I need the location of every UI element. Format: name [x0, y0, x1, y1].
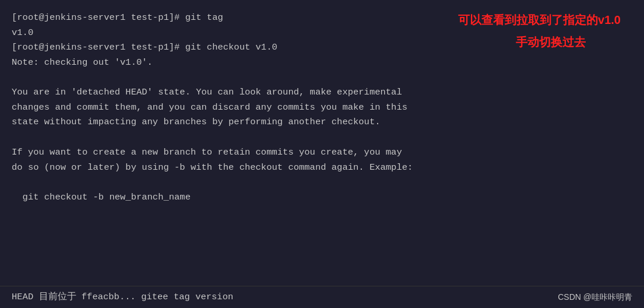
- footer-status: HEAD 目前位于 ffeacbb... gitee tag version: [12, 290, 233, 304]
- annotation-switch-label: 手动切换过去: [516, 33, 586, 51]
- terminal-empty-2: [12, 130, 632, 145]
- terminal-line-4: Note: checking out 'v1.0'.: [12, 55, 632, 71]
- terminal-empty-3: [12, 175, 632, 190]
- terminal-content: 可以查看到拉取到了指定的v1.0 手动切换过去 [root@jenkins-se…: [12, 10, 632, 220]
- terminal-window: 可以查看到拉取到了指定的v1.0 手动切换过去 [root@jenkins-se…: [0, 0, 644, 308]
- terminal-footer: HEAD 目前位于 ffeacbb... gitee tag version C…: [0, 286, 644, 308]
- terminal-line-7: state without impacting any branches by …: [12, 115, 632, 130]
- annotation-v1-label: 可以查看到拉取到了指定的v1.0: [458, 10, 621, 29]
- terminal-line-6: changes and commit them, and you can dis…: [12, 100, 632, 116]
- terminal-line-9: do so (now or later) by using -b with th…: [12, 160, 632, 176]
- terminal-empty-1: [12, 70, 632, 85]
- footer-brand: CSDN @哇咔咔明青: [558, 290, 632, 303]
- terminal-line-5: You are in 'detached HEAD' state. You ca…: [12, 85, 632, 100]
- terminal-line-8: If you want to create a new branch to re…: [12, 145, 632, 160]
- terminal-empty-4: [12, 205, 632, 220]
- terminal-line-10: git checkout -b new_branch_name: [12, 190, 632, 205]
